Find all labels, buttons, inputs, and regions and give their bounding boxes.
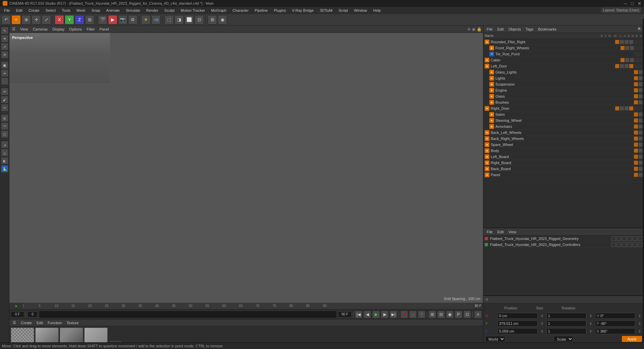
viewport-lock-icon[interactable]: 🔒 — [477, 27, 482, 32]
left-tool-sculpt[interactable]: △ — [1, 149, 8, 156]
camera-button[interactable]: 📹 — [151, 15, 161, 24]
viewport-display-4[interactable]: ⊡ — [195, 15, 204, 24]
mat-tab-texture[interactable]: Texture — [64, 321, 80, 325]
maximize-button[interactable]: □ — [631, 1, 634, 6]
obj-row-front-right-wheels[interactable]: ▲ Front_Right_Wheels — [483, 45, 644, 51]
menu-plugins[interactable]: Plugins — [271, 8, 288, 13]
menu-mesh[interactable]: Mesh — [74, 8, 88, 13]
undo-button[interactable]: ↶ — [1, 15, 11, 24]
scene-row-geometry[interactable]: Flatbed_Truck_Hyundai_HR_2023_Rigged_Geo… — [483, 236, 644, 242]
prev-frame-button[interactable]: ◀ — [364, 311, 371, 318]
obj-row-spare-wheel[interactable]: ▲ Spare_Wheel — [483, 142, 644, 148]
viewport-view-menu[interactable]: View — [19, 27, 30, 31]
light-button[interactable]: ☀ — [141, 15, 151, 24]
attr-p-rot[interactable]: P -90° — [595, 320, 635, 327]
left-tool-mirror[interactable]: ⬡ — [1, 131, 8, 138]
obj-search-icon[interactable]: 🔍 — [637, 27, 642, 32]
obj-row-left-door[interactable]: ▲ Left_Door — [483, 63, 644, 69]
3d-viewport[interactable]: Y X Z Perspective Grid Spacing : 100 cm — [9, 33, 483, 303]
menu-file[interactable]: File — [1, 8, 13, 13]
left-tool-pen[interactable]: ✏ — [1, 88, 8, 95]
viewport-zoom-icon[interactable]: ⊕ — [467, 27, 471, 32]
key-help-button[interactable]: ? — [418, 311, 425, 318]
attr-z-size[interactable]: 1 — [546, 328, 587, 334]
viewport-menu-icon[interactable]: ☰ — [11, 27, 17, 31]
attr-x-size-stepper[interactable]: ⇕ — [588, 313, 593, 319]
menu-3dtoall[interactable]: 3DToAll — [317, 8, 335, 13]
obj-row-left-board[interactable]: ▲ Left_Board — [483, 154, 644, 160]
next-frame-button[interactable]: ▶ — [381, 311, 388, 318]
add-object-button[interactable]: + — [11, 15, 21, 24]
left-tool-magnet[interactable]: ◎ — [1, 114, 8, 122]
goto-end-button[interactable]: ▶| — [390, 311, 397, 318]
attr-x-pos[interactable]: 0 cm — [497, 313, 538, 319]
menu-render[interactable]: Render — [144, 8, 161, 13]
close-button[interactable]: ✕ — [638, 1, 641, 6]
obj-menu-objects[interactable]: Objects — [507, 27, 522, 31]
attr-z-pos[interactable]: 5.059 cm — [497, 328, 538, 334]
obj-row-back-left-wheels[interactable]: ▲ Back_Left_Wheels — [483, 130, 644, 136]
obj-row-glass-lights[interactable]: ▲ Glass_Lights — [483, 69, 644, 75]
attr-p-rot-stepper[interactable]: ⇕ — [637, 320, 642, 327]
viewport-display-2[interactable]: ◨ — [174, 15, 184, 24]
left-tool-select[interactable]: ↖ — [1, 27, 8, 34]
obj-menu-bookmarks[interactable]: Bookmarks — [537, 27, 558, 31]
obj-row-brushes[interactable]: ▲ Brushes — [483, 99, 644, 105]
menu-snap[interactable]: Snap — [89, 8, 103, 13]
timeline-ruler[interactable]: ● 0 5 10 15 20 25 30 35 40 45 50 55 60 6… — [9, 303, 483, 309]
obj-row-engine[interactable]: ▲ Engine — [483, 87, 644, 93]
mat-tab-create[interactable]: Create — [19, 321, 34, 325]
menu-mograph[interactable]: MoGraph — [208, 8, 229, 13]
viewport-panel-menu[interactable]: Panel — [98, 27, 110, 31]
obj-row-back-board[interactable]: ▲ Back_Board — [483, 166, 644, 172]
obj-row-body[interactable]: ▲ Body — [483, 148, 644, 154]
obj-row-panel[interactable]: ▲ Panel — [483, 172, 644, 178]
viewport-display-3[interactable]: ⬜ — [184, 15, 194, 24]
menu-character[interactable]: Character — [230, 8, 251, 13]
left-tool-scale[interactable]: ⤢ — [1, 43, 8, 50]
obj-row-glass[interactable]: ▲ Glass — [483, 93, 644, 99]
obj-row-lights[interactable]: ▲ Lights — [483, 75, 644, 81]
attr-z-pos-stepper[interactable]: ⇕ — [540, 328, 544, 334]
frame-from-input[interactable] — [28, 311, 38, 317]
attr-y-pos-stepper[interactable]: ⇕ — [540, 320, 544, 327]
render-button[interactable]: ▶ — [108, 15, 117, 24]
obj-row-right-board[interactable]: ▲ Right_Board — [483, 160, 644, 166]
scale-mode-select[interactable]: Scale — [554, 336, 573, 342]
viewport-display-menu[interactable]: Display — [51, 27, 66, 31]
render-settings-button[interactable]: ⚙ — [128, 15, 138, 24]
add-key-button[interactable]: ⊞ — [429, 311, 436, 318]
obj-row-cabin[interactable]: ▲ Cabin — [483, 57, 644, 63]
world-axis-button[interactable]: ⊞ — [85, 15, 94, 24]
scene-menu-view[interactable]: View — [507, 230, 518, 234]
attr-x-size[interactable]: 1 — [546, 313, 587, 319]
left-tool-move[interactable]: ✛ — [1, 35, 8, 42]
left-tool-paint[interactable]: 🖌 — [1, 96, 8, 103]
menu-help[interactable]: Help — [371, 8, 384, 13]
mat-tab-edit[interactable]: Edit — [35, 321, 45, 325]
scene-row-controllers[interactable]: Flatbed_Truck_Hyundai_HR_2023_Rigged_Con… — [483, 242, 644, 248]
coord-system-select[interactable]: World — [485, 336, 505, 342]
obj-row-tie-rod-point[interactable]: ⊙ Tie_Rod_Point — [483, 51, 644, 57]
key-sel-button[interactable]: ⊟ — [437, 311, 445, 318]
object-tool-button[interactable]: ⊕ — [21, 15, 31, 24]
menu-edit[interactable]: Edit — [13, 8, 25, 13]
viewport-options-menu[interactable]: Options — [68, 27, 83, 31]
y-axis-button[interactable]: Y — [65, 15, 74, 24]
obj-row-armchairs[interactable]: ▲ Armchairs — [483, 123, 644, 130]
mat-menu-icon[interactable]: ☰ — [11, 320, 18, 325]
attr-x-pos-stepper[interactable]: ⇕ — [540, 313, 544, 319]
attr-z-size-stepper[interactable]: ⇕ — [588, 328, 593, 334]
key-p-button[interactable]: P — [455, 311, 462, 318]
menu-pipeline[interactable]: Pipeline — [252, 8, 270, 13]
render-to-po-button[interactable]: 📷 — [118, 15, 127, 24]
obj-row-rounded-ffist[interactable]: ▲ Rounded_Ffist_Right — [483, 39, 644, 45]
obj-row-steering-wheel[interactable]: ▲ Steering_Wheel — [483, 117, 644, 123]
left-tool-cut[interactable]: ✂ — [1, 104, 8, 111]
obj-menu-tags[interactable]: Tags — [524, 27, 535, 31]
scale-tool-button[interactable]: ⤢ — [42, 15, 51, 24]
menu-create[interactable]: Create — [26, 8, 42, 13]
play-button[interactable]: ▶ — [372, 311, 380, 318]
mat-tab-function[interactable]: Function — [46, 321, 64, 325]
viewport-cameras-menu[interactable]: Cameras — [32, 27, 49, 31]
